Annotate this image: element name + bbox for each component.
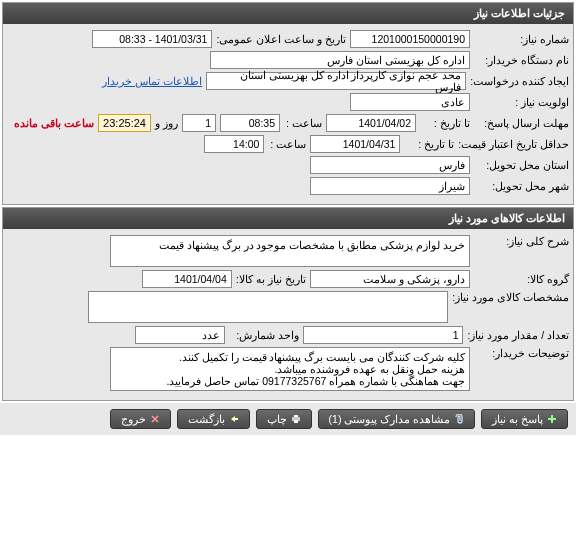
to-date-label-2: تا تاریخ : [404,138,454,151]
desc-field[interactable] [110,235,470,267]
deadline-time-field: 08:35 [220,114,280,132]
validity-label: حداقل تاریخ اعتبار قیمت: [458,138,569,150]
deadline-label: مهلت ارسال پاسخ: [474,117,569,129]
priority-field: عادی [350,93,470,111]
validity-date-field: 1401/04/31 [310,135,400,153]
unit-label: واحد شمارش: [229,329,299,342]
exit-button[interactable]: خروج [110,409,171,429]
back-label: بازگشت [188,413,225,425]
need-date-field: 1401/04/04 [142,270,232,288]
unit-field: عدد [135,326,225,344]
attachments-button[interactable]: مشاهده مدارک پیوستی (1) [318,409,476,429]
time-label-2: ساعت : [268,138,306,151]
respond-label: پاسخ به نیاز [492,413,543,425]
need-details-panel: جزئیات اطلاعات نیاز شماره نیاز: 12010001… [2,2,574,205]
announce-label: تاریخ و ساعت اعلان عمومی: [216,33,346,45]
requester-label: ایجاد کننده درخواست: [470,75,569,87]
time-label-1: ساعت : [284,117,322,130]
days-field: 1 [182,114,216,132]
priority-label: اولویت نیاز : [474,96,569,108]
arrow-right-icon [229,414,239,424]
svg-rect-2 [294,420,298,423]
group-field: دارو، پزشکی و سلامت [310,270,470,288]
print-label: چاپ [267,413,287,425]
attachment-icon [454,414,464,424]
province-field: فارس [310,156,470,174]
buyer-label: نام دستگاه خریدار: [474,54,569,66]
plus-icon [547,414,557,424]
announce-field: 1401/03/31 - 08:33 [92,30,212,48]
validity-time-field: 14:00 [204,135,264,153]
spec-field[interactable] [88,291,448,323]
need-date-label: تاریخ نیاز به کالا: [236,273,306,286]
desc-label: شرح کلی نیاز: [474,235,569,247]
days-label: روز و [155,117,178,130]
print-button[interactable]: چاپ [256,409,312,429]
need-no-label: شماره نیاز: [474,33,569,45]
exit-label: خروج [121,413,146,425]
spec-label: مشخصات کالای مورد نیاز: [452,291,569,303]
to-date-label-1: تا تاریخ : [420,117,470,130]
goods-info-panel: اطلاعات کالاهای مورد نیاز شرح کلی نیاز: … [2,207,574,401]
need-no-field: 1201000150000190 [350,30,470,48]
deadline-date-field: 1401/04/02 [326,114,416,132]
remaining-label: ساعت باقی مانده [14,117,94,130]
action-bar: پاسخ به نیاز مشاهده مدارک پیوستی (1) چاپ… [0,403,576,435]
notes-field[interactable] [110,347,470,391]
respond-button[interactable]: پاسخ به نیاز [481,409,568,429]
city-field: شیراز [310,177,470,195]
group-label: گروه کالا: [474,273,569,285]
city-label: شهر محل تحویل: [474,180,569,192]
buyer-contact-button[interactable]: اطلاعات تماس خریدار [102,75,202,87]
close-icon [150,414,160,424]
panel2-header: اطلاعات کالاهای مورد نیاز [3,208,573,229]
print-icon [291,414,301,424]
notes-label: توضیحات خریدار: [474,347,569,359]
buyer-field: اداره کل بهزیستی استان فارس [210,51,470,69]
countdown-field: 23:25:24 [98,114,151,132]
qty-label: تعداد / مقدار مورد نیاز: [467,329,569,341]
qty-field: 1 [303,326,463,344]
province-label: استان محل تحویل: [474,159,569,171]
back-button[interactable]: بازگشت [177,409,250,429]
requester-field: محد عجم نوازی کارپرداز اداره کل بهزیستی … [206,72,466,90]
panel1-header: جزئیات اطلاعات نیاز [3,3,573,24]
svg-rect-1 [294,415,298,417]
attachments-label: مشاهده مدارک پیوستی (1) [329,413,451,425]
